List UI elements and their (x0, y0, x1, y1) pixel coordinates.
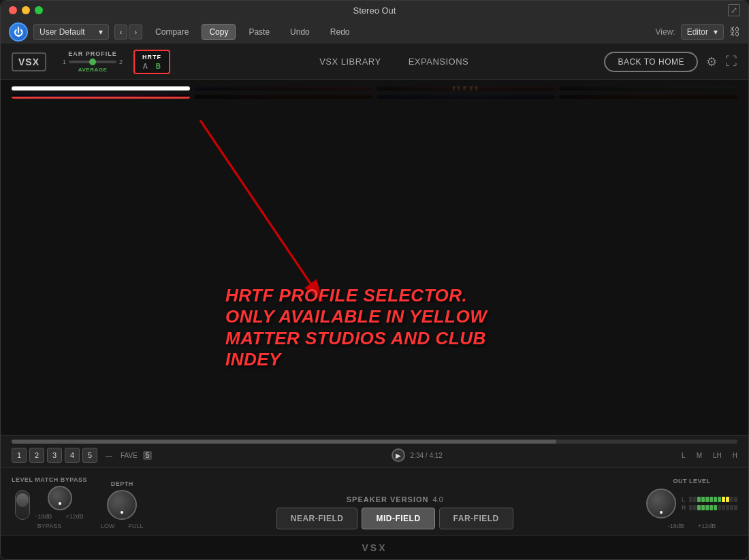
ear-profile-label: EAR PROFILE (68, 50, 117, 57)
fullscreen-icon[interactable]: ⛶ (725, 54, 737, 69)
studio-label-sonoma: SONOMA STUDIO (559, 95, 737, 99)
studio-card-stevens[interactable]: STEVEN'S MIX ROOM (194, 86, 372, 90)
level-knob[interactable] (48, 486, 72, 510)
level-controls: LEVEL MATCH BYPASS -18dB +12dB BYPASS (1, 467, 748, 535)
view-section: View: Editor ▾ ⛓ (656, 24, 741, 40)
preset-btn-4[interactable]: 4 (65, 448, 80, 463)
studio-label-mike-dean: MIKE DEAN'S STUDIO (559, 86, 737, 90)
nav-forward-button[interactable]: › (129, 24, 142, 39)
speaker-options: L M LH H (682, 452, 737, 459)
level-meter: L (682, 496, 737, 511)
studio-card-zuma[interactable]: ZUMA ZUMA STUDIOS (377, 95, 555, 99)
studio-card-yellow-matter[interactable]: YELLOW MATTER STUDIOS (12, 86, 190, 90)
studio-card-sonoma[interactable]: SONOMA STUDIO (559, 95, 737, 99)
close-button[interactable] (9, 6, 17, 14)
fave-num: 5 (143, 451, 153, 460)
plugin-nav: VSX EAR PROFILE 1 2 AVERAGE HRTF A B VSX… (1, 44, 748, 80)
studio-card-nrg[interactable]: nrg NRG (377, 86, 555, 90)
window-title: Stereo Out (353, 5, 396, 16)
view-value: Editor (687, 27, 708, 37)
bottom-bar: VSX (1, 535, 748, 559)
progress-bar[interactable] (12, 440, 737, 444)
undo-button[interactable]: Undo (283, 24, 317, 40)
compare-button[interactable]: Compare (148, 24, 196, 40)
speaker-h[interactable]: H (733, 452, 737, 459)
sv-mid-button[interactable]: MID-FIELD (362, 508, 434, 529)
play-button[interactable]: ▶ (392, 448, 405, 462)
speaker-m[interactable]: M (697, 452, 702, 459)
depth-group: DEPTH LOW FULL (101, 480, 144, 529)
out-level-group: OUT LEVEL L (646, 478, 737, 529)
studio-grid: YELLOW MATTER STUDIOS STEVEN'S MIX ROOM … (1, 80, 748, 105)
view-dropdown[interactable]: Editor ▾ (681, 24, 724, 40)
annotation-arrow-svg (1, 80, 748, 435)
studio-card-mike-dean[interactable]: M.M.A MIKE DEAN'S STUDIO (559, 86, 737, 90)
hrtf-box: HRTF A B (133, 50, 170, 74)
bypass-switch[interactable] (15, 490, 30, 520)
preset-btn-1[interactable]: 1 (12, 448, 27, 463)
preset-btn-3[interactable]: 3 (47, 448, 62, 463)
depth-full: FULL (129, 523, 144, 529)
speaker-lh[interactable]: LH (713, 452, 722, 459)
ear-num-end: 2 (119, 59, 123, 65)
traffic-lights (9, 6, 43, 14)
paste-button[interactable]: Paste (241, 24, 277, 40)
ear-profile-slider[interactable] (69, 61, 116, 63)
fullscreen-button[interactable] (35, 6, 43, 14)
hrtf-option-b[interactable]: B (155, 63, 162, 70)
meter-l-label: L (682, 496, 687, 503)
bottom-bar-label: VSX (362, 542, 387, 553)
hrtf-option-a[interactable]: A (142, 63, 149, 70)
plugin-area: VSX EAR PROFILE 1 2 AVERAGE HRTF A B VSX… (1, 44, 748, 535)
nav-actions: BACK TO HOME ⚙ ⛶ (604, 52, 737, 72)
studio-card-club-indey[interactable]: CLUB INDEY (12, 95, 190, 99)
link-icon[interactable]: ⛓ (729, 26, 740, 38)
nav-expansions[interactable]: EXPANSIONS (409, 56, 469, 67)
nav-back-button[interactable]: ‹ (114, 24, 128, 39)
view-label: View: (656, 27, 675, 37)
bypass-label: LEVEL MATCH BYPASS (12, 476, 87, 483)
playback-controls-section: 1 2 3 4 5 — FAVE 5 ▶ 2:34 / 4:12 L M LH … (1, 435, 748, 467)
knob-min: -18dB (35, 513, 52, 520)
meter-r-label: R (682, 504, 687, 511)
annotation-text: HRTF PROFILE SELECTOR. ONLY AVAILABLE IN… (225, 285, 511, 370)
back-to-home-button[interactable]: BACK TO HOME (604, 52, 698, 72)
preset-btn-2[interactable]: 2 (29, 448, 44, 463)
depth-label: DEPTH (111, 480, 133, 487)
depth-knob[interactable] (107, 490, 137, 520)
studio-card-archon[interactable]: archonstudio ARCHON (194, 95, 372, 99)
fave-label: FAVE (121, 452, 138, 459)
fave-sep: — (106, 452, 112, 459)
knob-max: +12dB (65, 513, 83, 520)
nav-arrows: ‹ › (114, 24, 142, 39)
minimize-button[interactable] (22, 6, 30, 14)
expand-icon[interactable]: ⤢ (728, 4, 740, 16)
sv-far-button[interactable]: FAR-FIELD (439, 508, 513, 529)
preset-chevron: ▾ (99, 27, 103, 37)
sv-near-button[interactable]: NEAR-FIELD (276, 508, 358, 529)
nav-library[interactable]: VSX LIBRARY (319, 56, 381, 67)
speaker-l[interactable]: L (682, 452, 686, 459)
vsx-logo: VSX (12, 52, 46, 71)
view-chevron: ▾ (714, 27, 718, 37)
annotation-overlay: HRTF PROFILE SELECTOR. ONLY AVAILABLE IN… (1, 80, 748, 435)
nav-links: VSX LIBRARY EXPANSIONS (184, 56, 604, 67)
studio-label-archon: ARCHON (194, 95, 372, 99)
speaker-version-group: SPEAKER VERSION 4.0 NEAR-FIELD MID-FIELD… (157, 495, 633, 529)
settings-icon[interactable]: ⚙ (706, 54, 717, 69)
out-max: +12dB (698, 523, 716, 529)
sv-version: 4.0 (433, 495, 443, 504)
toolbar: ⏻ User Default ▾ ‹ › Compare Copy Paste … (1, 20, 748, 44)
bypass-group: LEVEL MATCH BYPASS -18dB +12dB BYPASS (12, 476, 87, 529)
studio-label-zuma: ZUMA STUDIOS (377, 95, 555, 99)
ear-profile-section: EAR PROFILE 1 2 AVERAGE (63, 50, 123, 73)
redo-button[interactable]: Redo (323, 24, 357, 40)
copy-button[interactable]: Copy (202, 24, 236, 40)
out-level-knob[interactable] (646, 489, 676, 518)
out-min: -18dB (668, 523, 684, 529)
studio-label-nrg: NRG (377, 86, 555, 90)
preset-dropdown[interactable]: User Default ▾ (33, 24, 109, 40)
power-button[interactable]: ⏻ (9, 22, 28, 42)
preset-value: User Default (39, 27, 85, 37)
preset-btn-5[interactable]: 5 (82, 448, 97, 463)
